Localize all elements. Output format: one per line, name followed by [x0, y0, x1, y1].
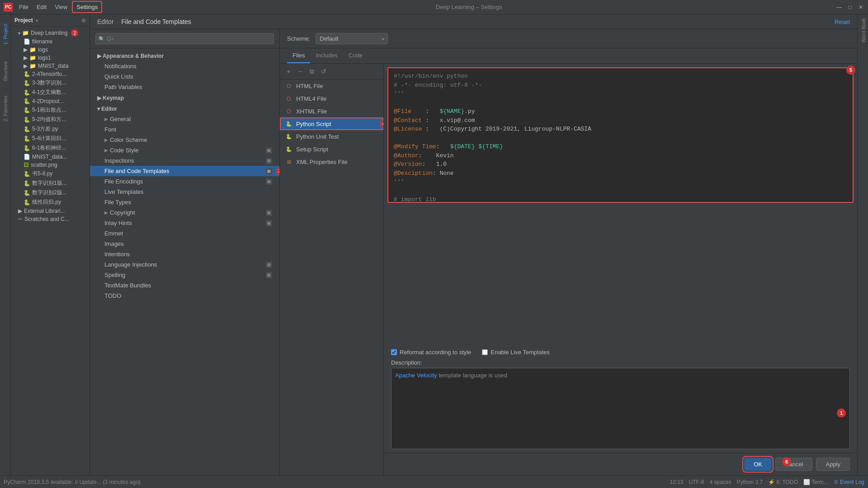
nav-todo[interactable]: TODO [90, 291, 279, 301]
nav-section-appearance[interactable]: ▶ Appearance & Behavior [90, 50, 279, 61]
nav-section-keymap[interactable]: ▶ Keymap [90, 92, 279, 103]
vtab-favorites[interactable]: 2: Favorites [0, 90, 11, 127]
menu-edit[interactable]: Edit [33, 2, 50, 12]
template-setup-script[interactable]: 🐍 Setup Script [280, 143, 383, 155]
tree-item-py8[interactable]: 🐍 5-4计算回归... [11, 134, 90, 143]
search-input[interactable] [95, 33, 274, 44]
nav-font[interactable]: Font [90, 124, 279, 135]
tree-item-py9[interactable]: 🐍 6-1卷积神经... [11, 143, 90, 153]
copy-template-btn[interactable]: ⧉ [307, 66, 317, 76]
reset-template-btn[interactable]: ↺ [319, 66, 329, 76]
tree-item-py6[interactable]: 🐍 5-2均值和方... [11, 115, 90, 124]
remove-template-btn[interactable]: − [295, 66, 305, 76]
template-xml-properties[interactable]: ⊞ XML Properties File [280, 155, 383, 168]
nav-quicklists[interactable]: Quick Lists [90, 71, 279, 82]
tree-item-py7[interactable]: 🐍 5-3方差.py [11, 124, 90, 134]
tree-item-py1[interactable]: 🐍 2-4Tensorflo... [11, 70, 90, 78]
options-row: Reformat according to style Enable Live … [384, 345, 857, 359]
add-template-btn[interactable]: + [283, 66, 293, 76]
python-file-icon: 🐍 [285, 145, 292, 153]
expand-icon: ▶ [24, 63, 28, 69]
tree-item-mnist2[interactable]: 📄 MNIST_data... [11, 153, 90, 161]
nav-fileencodings[interactable]: File Encodings ⊞ [90, 176, 279, 187]
expand-icon: ▶ [104, 210, 108, 215]
nav-languageinjections[interactable]: Language Injections ⊞ [90, 259, 279, 270]
tree-root[interactable]: ▾ 📁 Deep Learnling 2 [11, 28, 90, 38]
template-xhtml-file[interactable]: ⬡ XHTML File [280, 105, 383, 117]
nav-filetypes[interactable]: File Types [90, 197, 279, 207]
tree-item-mnist[interactable]: ▶ 📁 MNIST_data [11, 62, 90, 70]
tree-item-py10[interactable]: 🐍 书5-8.py [11, 169, 90, 178]
tree-item-py2[interactable]: 🐍 3-3数字识别... [11, 78, 90, 88]
nav-inspections[interactable]: Inspections ⊞ [90, 155, 279, 166]
tree-item-label: 6-1卷积神经... [32, 144, 66, 152]
tab-includes[interactable]: Includes [310, 48, 343, 63]
nav-codestyle[interactable]: ▶ Code Style ⊞ [90, 145, 279, 155]
nav-copyright[interactable]: ▶ Copyright ⊞ [90, 207, 279, 218]
vtab-structure[interactable]: Structure [0, 53, 11, 89]
reformat-checkbox[interactable] [391, 349, 397, 355]
minimize-btn[interactable]: — [835, 4, 843, 11]
tree-item-scratch[interactable]: ✏ Scratches and C... [11, 215, 90, 223]
settings-badge: ⊞ [266, 178, 272, 185]
menu-settings[interactable]: Settings [72, 1, 102, 13]
py-icon: 🐍 [24, 180, 30, 187]
template-python-unit-test[interactable]: 🐍 Python Unit Test [280, 130, 383, 143]
template-python-script[interactable]: 🐍 Python Script 4 [280, 117, 383, 130]
scheme-select[interactable]: Default Project [316, 33, 388, 44]
tree-item-png[interactable]: 🖼 scatter.png [11, 161, 90, 169]
template-html-file[interactable]: ⬡ HTML File [280, 80, 383, 92]
tab-files[interactable]: Files [287, 48, 310, 63]
footer-buttons: OK Cancel Apply 6 [384, 453, 857, 475]
nav-notifications[interactable]: Notifications [90, 61, 279, 71]
nav-livetemplates[interactable]: Live Templates [90, 187, 279, 197]
nav-file-and-code-templates[interactable]: File and Code Templates ⊞ 3 [90, 166, 279, 176]
tree-item-logs[interactable]: ▶ 📁 logs [11, 46, 90, 54]
tab-code[interactable]: Code [343, 48, 368, 63]
dropdown-icon[interactable]: ▾ [36, 18, 38, 23]
terminal-icon[interactable]: ⬜ Term... [803, 479, 828, 485]
tree-item-logs1[interactable]: ▶ 📁 logs1 [11, 54, 90, 62]
nav-pathvariables[interactable]: Path Variables [90, 82, 279, 92]
nav-images[interactable]: Images [90, 239, 279, 249]
todo-icon[interactable]: ⚡ 6: TODO [768, 479, 798, 485]
nav-textmatebundles[interactable]: TextMate Bundles [90, 280, 279, 291]
add-icon[interactable]: ⊕ [81, 17, 86, 23]
template-html4-file[interactable]: ⬡ HTML4 File [280, 92, 383, 105]
apply-button[interactable]: Apply [816, 458, 850, 471]
nav-inlayhints[interactable]: Inlay Hints ⊞ [90, 218, 279, 228]
template-label: Python Script [296, 121, 331, 127]
annotation-badge-1: 1 [837, 408, 846, 418]
tree-item-py13[interactable]: 🐍 线性回归.py [11, 197, 90, 207]
nav-general[interactable]: ▶ General [90, 114, 279, 124]
tree-item-py3[interactable]: 🐍 4-1交叉熵数... [11, 88, 90, 97]
tree-item-py11[interactable]: 🐍 数字识别1版... [11, 178, 90, 188]
nav-spelling[interactable]: Spelling ⊞ [90, 270, 279, 280]
nav-colorscheme[interactable]: ▶ Color Scheme [90, 135, 279, 145]
tree-item-py4[interactable]: 🐍 4-2Dropout... [11, 97, 90, 105]
nav-intentions[interactable]: Intentions [90, 249, 279, 259]
vtab-project[interactable]: 1: Project [0, 16, 11, 52]
apache-velocity-link[interactable]: Apache Velocity [395, 372, 437, 379]
menu-file[interactable]: File [15, 2, 32, 12]
cancel-button[interactable]: Cancel [775, 458, 812, 471]
py-icon: 🐍 [24, 199, 30, 206]
maximize-btn[interactable]: □ [846, 4, 854, 11]
nav-emmet[interactable]: Emmet [90, 228, 279, 239]
live-templates-checkbox[interactable] [482, 349, 488, 355]
tree-item-ext[interactable]: ▶ External Librari... [11, 207, 90, 215]
code-editor[interactable]: #!/usr/bin/env python # -*- encoding: ut… [387, 67, 854, 203]
reformat-checkbox-label[interactable]: Reformat according to style [391, 349, 471, 356]
ok-button[interactable]: OK [744, 458, 772, 471]
tree-item-py12[interactable]: 🐍 数字识别2版... [11, 188, 90, 197]
vtab-wordbook[interactable]: Word Book [858, 14, 868, 46]
live-templates-checkbox-label[interactable]: Enable Live Templates [482, 349, 550, 356]
close-btn[interactable]: ✕ [857, 4, 864, 11]
tree-item-py5[interactable]: 🐍 5-1画出散点... [11, 105, 90, 115]
event-log-icon[interactable]: ① Event Log [834, 479, 864, 485]
menu-view[interactable]: View [51, 2, 71, 12]
tree-item-filename[interactable]: 📄 filename [11, 38, 90, 46]
nav-section-editor[interactable]: ▾ Editor [90, 103, 279, 114]
reset-button[interactable]: Reset [835, 19, 850, 25]
nav-item-label: General [110, 116, 131, 122]
